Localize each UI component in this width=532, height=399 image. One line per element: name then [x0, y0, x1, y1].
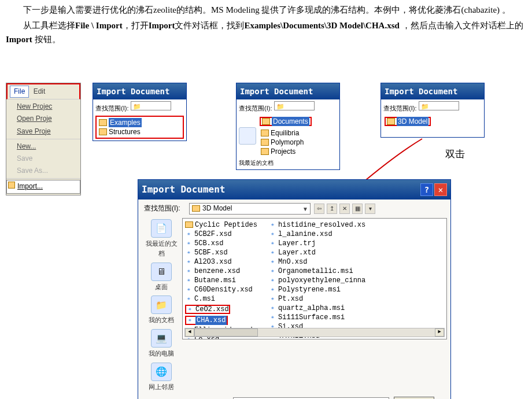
place-mydocs[interactable]: 📁我的文档	[144, 295, 179, 326]
file-icon: ✳	[269, 286, 276, 293]
folder-structures[interactable]: Structures	[98, 127, 182, 136]
list-item[interactable]: ✳C.msi	[185, 294, 257, 304]
place-recent[interactable]: 📄我最近的文档	[144, 219, 179, 259]
list-item[interactable]: ✳Butane.msi	[185, 276, 257, 285]
place-network[interactable]: 🌐网上邻居	[144, 363, 179, 393]
para-2: 从工具栏选择File \ Import，打开Import文件对话框，找到Exam…	[6, 19, 526, 46]
list-item[interactable]: ✳Si111Surface.msi	[269, 313, 365, 322]
recent-docs-icon[interactable]	[239, 127, 256, 145]
dialog-title-text: Import Document	[142, 182, 226, 197]
edit-menu-trigger[interactable]: Edit	[34, 87, 46, 95]
menu-open-project[interactable]: Open Proje	[6, 113, 80, 125]
lookin-combo[interactable]: 3D Model	[189, 203, 311, 215]
dialog-title: Import Document	[237, 83, 339, 99]
list-item[interactable]: ✳quartz_alpha.msi	[269, 304, 365, 313]
file-icon: ✳	[185, 268, 193, 275]
up-icon[interactable]: ↥	[327, 204, 337, 214]
scroll-left-icon[interactable]: ◄	[185, 328, 194, 337]
list-item[interactable]: ✳Layer.trj	[269, 239, 365, 248]
scroll-right-icon[interactable]: ►	[435, 328, 444, 337]
file-icon: ✳	[269, 268, 276, 275]
list-item[interactable]: ✳5CB.xsd	[185, 239, 257, 248]
mydocs-icon: 📁	[151, 295, 172, 314]
list-item[interactable]: ✳Layer.xtd	[269, 248, 365, 257]
mini-import-dialog-2: Import Document 查找范围(I): 📁 Examples Docu…	[236, 83, 340, 170]
horizontal-scrollbar[interactable]: ◄ ►	[184, 328, 445, 337]
list-item[interactable]: ✳Polystyrene.msi	[269, 285, 365, 294]
list-item[interactable]: ✳Organometallic.msi	[269, 267, 365, 276]
file-icon: ✳	[269, 231, 276, 238]
list-item[interactable]: ✳l_alanine.xsd	[269, 230, 365, 239]
import-button[interactable]: Import	[394, 397, 434, 399]
toolbar-icons: ⇦ ↥ ✕ ▦ ▾	[314, 204, 375, 214]
menu-new[interactable]: New...	[6, 141, 80, 153]
mini-import-dialog-1: Import Document 查找范围(I): 📁 Documents Exa…	[93, 83, 187, 141]
views-icon[interactable]: ▦	[352, 204, 363, 214]
new-folder-icon[interactable]: ✕	[339, 204, 350, 214]
lookin-label: 查找范围(I):	[144, 203, 186, 214]
list-item[interactable]: Cyclic Peptides	[185, 220, 257, 230]
menu-bar: File Edit	[6, 83, 80, 99]
file-icon: ✳	[185, 295, 193, 302]
file-icon: ✳	[269, 295, 276, 302]
file-list[interactable]: 3D Model	[383, 116, 482, 135]
file-listing[interactable]: Cyclic Peptides✳5CB2F.xsd✳5CB.xsd✳5CBF.x…	[182, 218, 447, 339]
folder-icon	[261, 148, 269, 155]
file-icon: ✳	[269, 305, 276, 312]
scroll-thumb[interactable]	[194, 328, 258, 337]
list-item[interactable]: ✳benzene.xsd	[185, 267, 257, 276]
list-item[interactable]: ✳Pt.xsd	[269, 294, 365, 304]
back-icon[interactable]: ⇦	[314, 204, 324, 214]
lookin-combo[interactable]: 📁 Examples	[274, 101, 315, 110]
list-item[interactable]: ✳Al2O3.xsd	[185, 257, 257, 267]
folder-polymorph[interactable]: Polymorph	[260, 138, 336, 147]
folder-documents[interactable]: Documents	[260, 117, 312, 126]
dialog-titlebar[interactable]: Import Document ? ✕	[138, 180, 450, 200]
file-menu-panel: File Edit New Projec Open Proje Save Pro…	[6, 83, 81, 195]
menu-import[interactable]: Import...	[6, 180, 80, 193]
folder-projects[interactable]: Projects	[260, 147, 336, 156]
file-icon: ✳	[185, 231, 193, 238]
folder-icon	[261, 130, 269, 136]
folder-equilibria[interactable]: Equilibria	[260, 128, 336, 138]
menu-new-project[interactable]: New Projec	[6, 101, 80, 113]
folder-icon	[185, 221, 193, 228]
file-icon: ✳	[185, 249, 193, 256]
list-item[interactable]: ✳C60Density.xsd	[185, 285, 257, 294]
list-item[interactable]: ✳5CB2F.xsd	[185, 230, 257, 239]
file-list[interactable]: Documents Equilibria Polymorph Projects	[258, 116, 337, 157]
list-item[interactable]: ✳polyoxyethylene_cinna	[269, 276, 365, 285]
lookin-combo[interactable]: 📁 Documents	[131, 101, 171, 110]
list-item[interactable]: ✳CeO2.xsd	[185, 305, 230, 314]
file-cha-xsd[interactable]: ✳CHA.xsd	[185, 316, 228, 325]
place-desktop[interactable]: 🖥桌面	[144, 263, 179, 293]
network-icon: 🌐	[151, 363, 172, 381]
views-dropdown-icon[interactable]: ▾	[365, 204, 375, 214]
file-list[interactable]: Examples Structures	[95, 116, 184, 139]
file-menu-trigger[interactable]: File	[10, 86, 29, 98]
lookin-row: 查找范围(I): 📁 Documents	[95, 101, 184, 114]
file-dropdown: New Projec Open Proje Save Proje New... …	[6, 99, 80, 194]
folder-icon	[99, 119, 107, 126]
place-mycomputer[interactable]: 💻我的电脑	[144, 329, 179, 359]
folder-examples[interactable]: Examples	[98, 118, 182, 127]
double-click-annotation: 双击	[445, 146, 465, 162]
dialog-title: Import Document	[381, 83, 484, 99]
list-item[interactable]: ✳MnO.xsd	[269, 257, 365, 267]
list-item[interactable]: ✳5CBF.xsd	[185, 248, 257, 257]
menu-save-project[interactable]: Save Proje	[6, 125, 80, 138]
close-button[interactable]: ✕	[434, 183, 447, 196]
help-button[interactable]: ?	[420, 183, 433, 196]
file-icon: ✳	[185, 286, 193, 293]
folder-icon	[261, 139, 269, 146]
folder-icon	[387, 118, 395, 125]
file-icon: ✳	[269, 277, 276, 284]
list-item[interactable]: ✳histidine_resolved.xs	[269, 220, 365, 230]
folder-3d-model[interactable]: 3D Model	[385, 117, 431, 126]
file-icon: ✳	[185, 277, 193, 284]
instruction-text: 下一步是输入需要进行优化的沸石zeolite的结构。MS Modeling 提供…	[0, 0, 532, 46]
file-icon: ✳	[185, 258, 193, 265]
mini-import-dialog-3: Import Document 查找范围(I): 📁 Documents 3D …	[380, 83, 485, 138]
lookin-combo[interactable]: 📁 Documents	[419, 101, 459, 110]
file-icon: ✳	[269, 221, 276, 228]
